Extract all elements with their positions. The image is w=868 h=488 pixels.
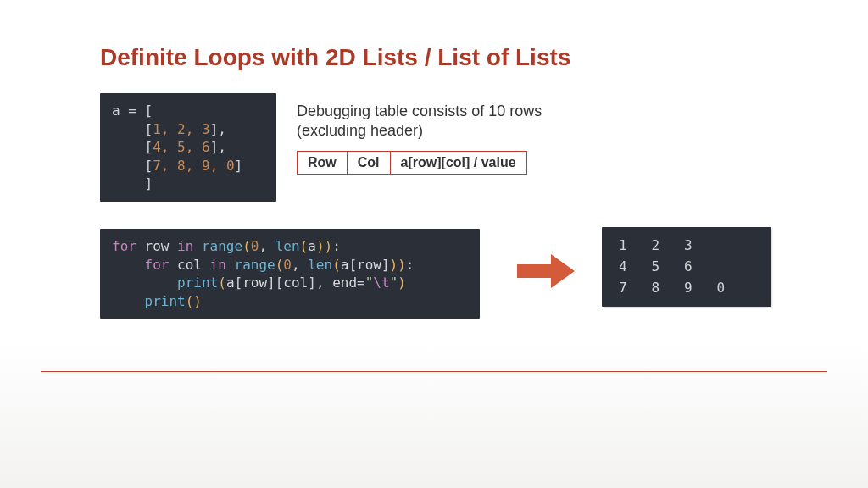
output-block: 1 2 3 4 5 6 7 8 9 0 <box>602 227 771 307</box>
arrow-icon <box>517 254 576 288</box>
slide: Definite Loops with 2D Lists / List of L… <box>0 0 868 488</box>
table-header-col-col: Col <box>347 152 390 175</box>
divider <box>41 371 827 372</box>
debug-table: Row Col a[row][col] / value <box>297 151 527 175</box>
table-header-row: Row Col a[row][col] / value <box>298 152 527 175</box>
debug-note-line1: Debugging table consists of 10 rows <box>297 103 542 119</box>
slide-title: Definite Loops with 2D Lists / List of L… <box>100 44 570 71</box>
code-block-nested-loop: for row in range(0, len(a)): for col in … <box>100 229 480 319</box>
code-block-list-definition: a = [ [1, 2, 3], [4, 5, 6], [7, 8, 9, 0]… <box>100 93 276 202</box>
debug-note: Debugging table consists of 10 rows (exc… <box>297 102 542 141</box>
debug-note-line2: (excluding header) <box>297 122 423 139</box>
table-header-value-col: a[row][col] / value <box>390 152 526 175</box>
table-header-row-col: Row <box>298 152 348 175</box>
